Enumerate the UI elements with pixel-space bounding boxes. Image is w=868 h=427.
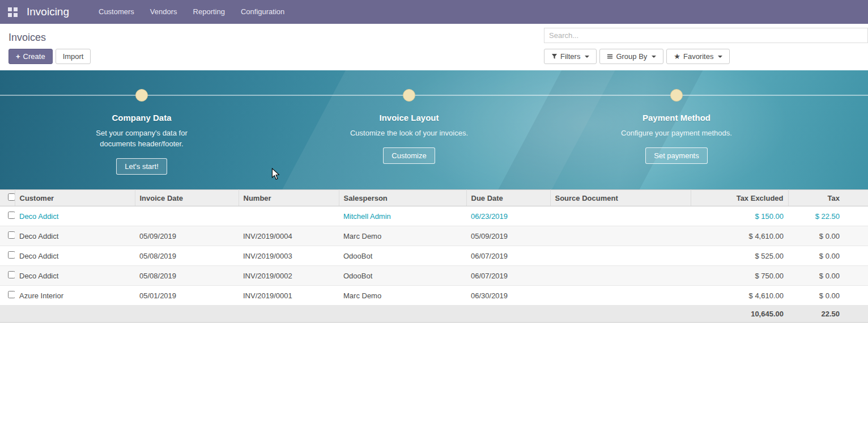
cell-source-document[interactable] [550, 206, 691, 226]
onboarding-step-company-data: Company Data Set your company's data for… [48, 89, 235, 175]
cell-salesperson[interactable]: Marc Demo [339, 226, 466, 246]
cell-customer[interactable]: Deco Addict [15, 226, 135, 246]
cell-due-date[interactable]: 05/09/2019 [466, 226, 550, 246]
step-description: Set your company's data for documents he… [82, 128, 201, 149]
import-button[interactable]: Import [56, 49, 91, 64]
cell-number[interactable]: INV/2019/0003 [239, 246, 339, 266]
customize-button[interactable]: Customize [383, 147, 435, 164]
cell-tax[interactable]: $ 0.00 [788, 246, 868, 266]
cell-due-date[interactable]: 06/07/2019 [466, 246, 550, 266]
nav-menu-vendors[interactable]: Vendors [142, 0, 185, 24]
set-payments-button[interactable]: Set payments [645, 147, 708, 164]
cell-source-document[interactable] [550, 246, 691, 266]
cell-number[interactable]: INV/2019/0004 [239, 226, 339, 246]
table-header-row: Customer Invoice Date Number Salesperson… [0, 190, 868, 206]
apps-grid-icon[interactable] [8, 7, 18, 17]
nav-menu-customers[interactable]: Customers [91, 0, 142, 24]
nav-menu-reporting[interactable]: Reporting [185, 0, 233, 24]
row-checkbox[interactable] [8, 251, 15, 259]
invoice-row[interactable]: Azure Interior 05/01/2019 INV/2019/0001 … [0, 286, 868, 306]
select-all-cell [0, 190, 15, 206]
cell-customer[interactable]: Azure Interior [15, 286, 135, 306]
cell-salesperson[interactable]: Mitchell Admin [339, 206, 466, 226]
cell-source-document[interactable] [550, 286, 691, 306]
row-checkbox[interactable] [8, 271, 15, 278]
cell-source-document[interactable] [550, 226, 691, 246]
row-select-cell [0, 206, 15, 226]
funnel-icon [551, 53, 558, 60]
cell-tax-excluded[interactable]: $ 750.00 [691, 266, 788, 286]
cell-tax[interactable]: $ 22.50 [788, 206, 868, 226]
row-select-cell [0, 286, 15, 306]
invoice-row[interactable]: Deco Addict 05/08/2019 INV/2019/0002 Odo… [0, 266, 868, 286]
column-header-tax-excluded[interactable]: Tax Excluded [691, 190, 788, 206]
cell-number[interactable]: INV/2019/0002 [239, 266, 339, 286]
onboarding-step-invoice-layout: Invoice Layout Customize the look of you… [316, 89, 503, 164]
nav-menu-configuration[interactable]: Configuration [233, 0, 292, 24]
cell-invoice-date[interactable]: 05/01/2019 [135, 286, 239, 306]
step-dot-icon [670, 89, 683, 102]
cell-number[interactable]: INV/2019/0001 [239, 286, 339, 306]
totals-row: 10,645.00 22.50 [0, 306, 868, 323]
top-navbar: Invoicing Customers Vendors Reporting Co… [0, 0, 868, 24]
row-checkbox[interactable] [8, 291, 15, 298]
invoice-row[interactable]: Deco Addict 05/08/2019 INV/2019/0003 Odo… [0, 246, 868, 266]
step-title: Company Data [48, 113, 235, 122]
cell-invoice-date[interactable]: 05/08/2019 [135, 266, 239, 286]
chevron-down-icon [585, 56, 589, 58]
onboarding-step-payment-method: Payment Method Configure your payment me… [583, 89, 770, 164]
cell-tax-excluded[interactable]: $ 4,610.00 [691, 226, 788, 246]
group-by-dropdown[interactable]: Group By [599, 49, 663, 64]
create-button[interactable]: + Create [8, 49, 53, 64]
cell-invoice-date[interactable] [135, 206, 239, 226]
cell-tax[interactable]: $ 0.00 [788, 226, 868, 246]
cell-salesperson[interactable]: OdooBot [339, 266, 466, 286]
chevron-down-icon [718, 56, 722, 58]
cell-customer[interactable]: Deco Addict [15, 266, 135, 286]
cell-customer[interactable]: Deco Addict [15, 206, 135, 226]
lets-start-button[interactable]: Let's start! [116, 158, 167, 175]
page-title: Invoices [8, 27, 46, 44]
select-all-checkbox[interactable] [8, 193, 15, 201]
list-lines-icon [607, 53, 613, 60]
step-dot-icon [403, 89, 415, 102]
column-header-source-document[interactable]: Source Document [550, 190, 691, 206]
cell-tax-excluded[interactable]: $ 4,610.00 [691, 286, 788, 306]
column-header-customer[interactable]: Customer [15, 190, 135, 206]
cell-customer[interactable]: Deco Addict [15, 246, 135, 266]
column-header-invoice-date[interactable]: Invoice Date [135, 190, 239, 206]
cell-tax[interactable]: $ 0.00 [788, 286, 868, 306]
row-checkbox[interactable] [8, 231, 15, 239]
search-input[interactable] [544, 29, 867, 42]
cell-salesperson[interactable]: Marc Demo [339, 286, 466, 306]
cell-invoice-date[interactable]: 05/08/2019 [135, 246, 239, 266]
invoices-table: Customer Invoice Date Number Salesperson… [0, 189, 868, 323]
row-checkbox[interactable] [8, 212, 15, 219]
app-title[interactable]: Invoicing [27, 6, 69, 18]
column-header-due-date[interactable]: Due Date [466, 190, 550, 206]
cell-due-date[interactable]: 06/30/2019 [466, 286, 550, 306]
cell-source-document[interactable] [550, 266, 691, 286]
cell-tax-excluded[interactable]: $ 525.00 [691, 246, 788, 266]
row-select-cell [0, 246, 15, 266]
invoice-row[interactable]: Deco Addict Mitchell Admin 06/23/2019 $ … [0, 206, 868, 226]
search-box [544, 28, 868, 43]
cell-due-date[interactable]: 06/07/2019 [466, 266, 550, 286]
total-tax: 22.50 [788, 306, 868, 323]
cell-salesperson[interactable]: OdooBot [339, 246, 466, 266]
row-select-cell [0, 266, 15, 286]
cell-tax[interactable]: $ 0.00 [788, 266, 868, 286]
cell-tax-excluded[interactable]: $ 150.00 [691, 206, 788, 226]
cell-invoice-date[interactable]: 05/09/2019 [135, 226, 239, 246]
cell-number[interactable] [239, 206, 339, 226]
column-header-salesperson[interactable]: Salesperson [339, 190, 466, 206]
cell-due-date[interactable]: 06/23/2019 [466, 206, 550, 226]
column-header-number[interactable]: Number [239, 190, 339, 206]
plus-icon: + [16, 52, 20, 61]
step-title: Payment Method [583, 113, 770, 122]
filters-dropdown[interactable]: Filters [544, 49, 597, 64]
column-header-tax[interactable]: Tax [788, 190, 868, 206]
step-description: Customize the look of your invoices. [350, 128, 469, 138]
favorites-dropdown[interactable]: ★ Favorites [666, 49, 730, 64]
invoice-row[interactable]: Deco Addict 05/09/2019 INV/2019/0004 Mar… [0, 226, 868, 246]
